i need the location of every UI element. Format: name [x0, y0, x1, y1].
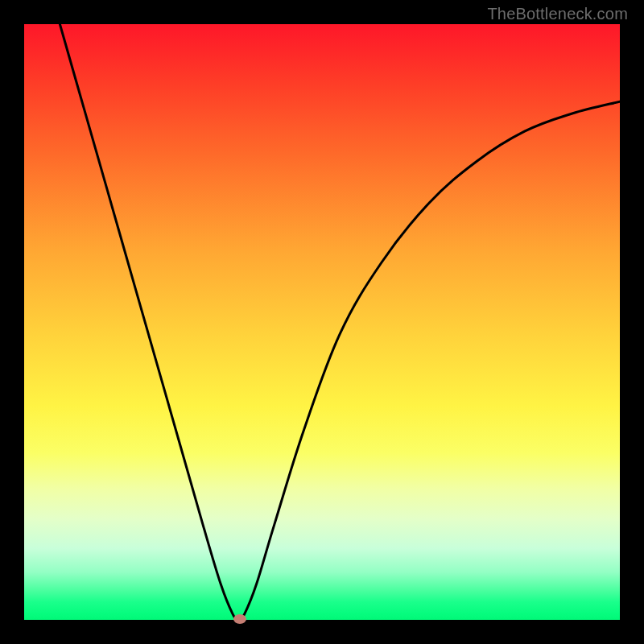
bottleneck-curve-line: [60, 24, 620, 620]
chart-plot-area: [24, 24, 620, 620]
watermark-text: TheBottleneck.com: [487, 5, 628, 23]
optimal-point-marker: [233, 614, 246, 624]
chart-curve-svg: [24, 24, 620, 620]
